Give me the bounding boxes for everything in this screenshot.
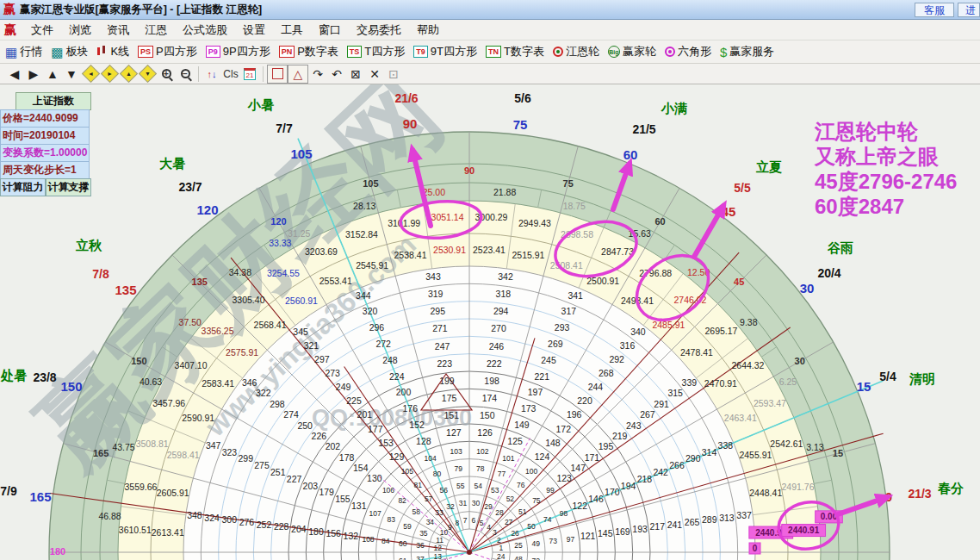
svg-text:344: 344 — [356, 290, 371, 301]
toolbar-item-T四方形[interactable]: TST四方形 — [347, 44, 405, 59]
svg-text:127: 127 — [446, 427, 462, 438]
svg-text:3152.84: 3152.84 — [345, 229, 378, 240]
svg-text:195: 195 — [599, 441, 614, 451]
toolbar-item-9T四方形[interactable]: T99T四方形 — [413, 44, 477, 59]
svg-text:135: 135 — [192, 277, 208, 287]
svg-text:268: 268 — [599, 368, 614, 378]
menu-item-浏览[interactable]: 浏览 — [61, 21, 99, 40]
svg-text:342: 342 — [498, 271, 513, 282]
menu-logo-icon: 赢 — [4, 22, 16, 38]
svg-text:5: 5 — [480, 519, 484, 527]
annotation-line-1: 又称上帝之眼 — [815, 144, 957, 169]
svg-text:2575.91: 2575.91 — [226, 347, 258, 358]
panel-row-3[interactable]: 周天变化步长=1 — [0, 161, 90, 179]
nav-down-icon[interactable]: ▼ — [62, 65, 81, 83]
svg-text:323: 323 — [222, 447, 238, 457]
svg-text:75: 75 — [513, 117, 528, 132]
nav-up-icon[interactable]: ▲ — [43, 65, 62, 83]
diamond-right-icon[interactable]: ► — [100, 65, 119, 83]
diamond-up-icon[interactable]: ▲ — [119, 65, 138, 83]
svg-text:54: 54 — [474, 482, 482, 490]
svg-text:152: 152 — [409, 420, 425, 430]
svg-text:296: 296 — [369, 322, 385, 333]
zoom-in-icon[interactable]: + — [157, 65, 176, 83]
menu-item-窗口[interactable]: 窗口 — [311, 21, 349, 40]
box-x-icon[interactable]: ⊠ — [346, 65, 365, 83]
svg-text:217: 217 — [650, 521, 666, 532]
rect-tool-icon[interactable] — [267, 65, 288, 84]
toolbar-label: K线 — [110, 44, 129, 59]
toolbar-item-P四方形[interactable]: PSP四方形 — [138, 44, 197, 59]
cls-button[interactable]: Cls — [221, 65, 240, 83]
pink-annotation: 江恩轮中轮又称上帝之眼45度2796-274660度2847 — [815, 119, 957, 219]
svg-text:7/8: 7/8 — [92, 267, 109, 281]
svg-text:春分: 春分 — [937, 481, 964, 495]
svg-text:249: 249 — [336, 382, 351, 392]
svg-text:7/9: 7/9 — [0, 484, 17, 498]
svg-text:5/4: 5/4 — [879, 370, 896, 383]
svg-text:2538.41: 2538.41 — [394, 250, 427, 260]
toolbar-item-江恩轮[interactable]: 江恩轮 — [553, 44, 599, 59]
triangle-tool-icon[interactable]: △ — [288, 65, 308, 84]
menu-item-交易委托[interactable]: 交易委托 — [349, 21, 409, 40]
toolbar-item-P数字表[interactable]: PNP数字表 — [279, 44, 338, 59]
menu-item-资讯[interactable]: 资讯 — [99, 21, 137, 40]
svg-text:90: 90 — [403, 116, 418, 131]
rotate-ccw-icon[interactable]: ↶ — [327, 65, 346, 83]
menu-item-设置[interactable]: 设置 — [235, 21, 273, 40]
nav-right-icon[interactable]: ▶ — [24, 65, 43, 83]
toolbar-item-9P四方形[interactable]: P99P四方形 — [206, 44, 270, 59]
gann-wheel-chart[interactable]: 赢家财经网www.yingjia360.comQQ:10080036012345… — [0, 84, 980, 560]
toolbar-item-板块[interactable]: ▩板块 — [51, 44, 88, 59]
svg-text:172: 172 — [556, 424, 572, 434]
edge-clipped-button[interactable]: 进 — [958, 3, 980, 17]
svg-text:58: 58 — [412, 507, 421, 516]
svg-text:3203.69: 3203.69 — [305, 246, 338, 257]
svg-text:处暑: 处暑 — [0, 368, 27, 383]
panel-row-0[interactable]: 价格=2440.9099 — [0, 109, 90, 128]
menu-item-文件[interactable]: 文件 — [23, 21, 61, 40]
toolbar-item-T数字表[interactable]: TNT数字表 — [486, 44, 544, 59]
menu-item-帮助[interactable]: 帮助 — [409, 21, 447, 40]
diamond-left-icon[interactable]: ◄ — [81, 65, 100, 83]
calendar-icon[interactable]: 21 — [240, 65, 259, 83]
toolbar-item-赢家服务[interactable]: $赢家服务 — [720, 44, 774, 59]
menu-item-工具[interactable]: 工具 — [273, 21, 311, 40]
svg-text:23/7: 23/7 — [178, 180, 202, 194]
panel-button-计算阻力[interactable]: 计算阻力 — [0, 178, 46, 196]
move-cross-icon[interactable]: ✕ — [365, 65, 384, 83]
svg-text:154: 154 — [353, 463, 369, 473]
toolbar-item-K线[interactable]: K线 — [96, 44, 129, 59]
menu-item-江恩[interactable]: 江恩 — [137, 21, 175, 40]
svg-text:199: 199 — [439, 376, 455, 386]
panel-button-计算支撑[interactable]: 计算支撑 — [46, 178, 91, 196]
updown-icon[interactable]: ↑↓ — [202, 65, 221, 83]
toolbar-item-六角形[interactable]: 六角形 — [665, 44, 711, 59]
panel-row-2[interactable]: 变换系数=1.00000 — [0, 144, 90, 162]
rotate-cw-icon[interactable]: ↷ — [308, 65, 327, 83]
svg-text:76: 76 — [517, 481, 525, 489]
diamond-down-icon[interactable]: ▼ — [138, 65, 157, 83]
svg-text:37.50: 37.50 — [179, 317, 202, 327]
customer-service-button[interactable]: 客服 — [915, 3, 954, 17]
nav-left-icon[interactable]: ◀ — [5, 65, 24, 83]
svg-text:100: 100 — [525, 467, 537, 476]
zoom-out-icon[interactable]: − — [176, 65, 195, 83]
svg-text:21/3: 21/3 — [908, 487, 931, 501]
svg-text:319: 319 — [428, 289, 443, 299]
svg-text:2949.43: 2949.43 — [518, 218, 551, 228]
panel-row-1[interactable]: 时间=20190104 — [0, 127, 90, 145]
svg-text:340: 340 — [630, 327, 646, 337]
svg-text:123: 123 — [556, 473, 572, 483]
svg-text:59: 59 — [403, 522, 412, 531]
toolbar-item-赢家轮[interactable]: Big赢家轮 — [608, 44, 656, 59]
svg-text:56: 56 — [439, 486, 448, 495]
toolbar-item-行情[interactable]: ▦行情 — [5, 44, 42, 59]
svg-text:316: 316 — [620, 340, 636, 351]
svg-text:248: 248 — [382, 355, 398, 365]
menu-item-公式选股[interactable]: 公式选股 — [175, 21, 235, 40]
svg-text:273: 273 — [325, 368, 340, 378]
board-icon[interactable]: ⊡ — [384, 65, 403, 83]
svg-text:176: 176 — [403, 403, 419, 414]
svg-text:300: 300 — [221, 514, 237, 525]
